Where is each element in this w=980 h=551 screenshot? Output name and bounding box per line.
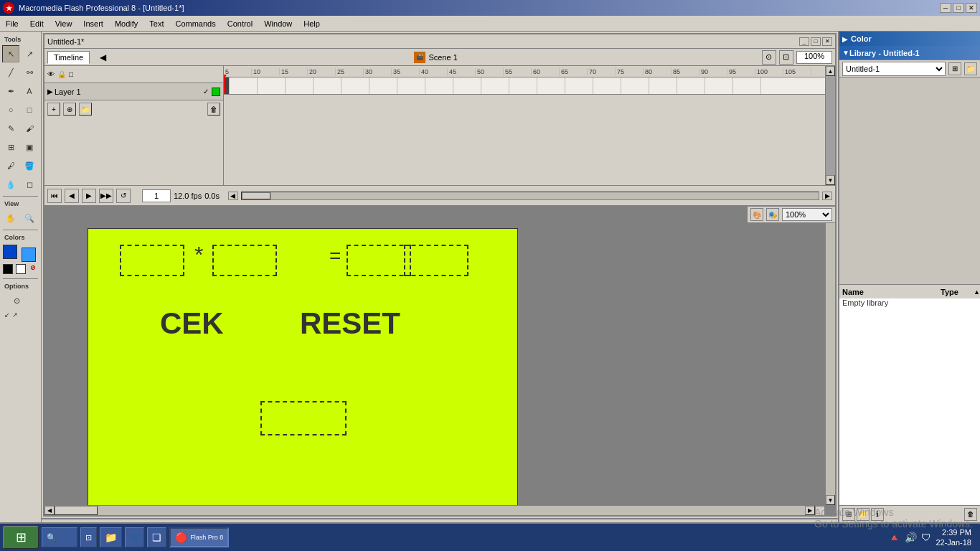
menu-control[interactable]: Control — [222, 16, 258, 31]
system-clock[interactable]: 2:39 PM 22-Jan-18 — [936, 527, 971, 548]
tray-antivirus-icon[interactable]: 🛡 — [921, 532, 931, 543]
sort-arrow-icon[interactable]: ▲ — [974, 288, 980, 296]
timeline-scrollbar[interactable] — [241, 192, 819, 200]
input-box-4[interactable] — [404, 245, 468, 276]
menu-modify[interactable]: Modify — [109, 16, 143, 31]
smooth-icon[interactable]: ↙ ↗ — [1, 310, 21, 320]
maximize-button[interactable]: □ — [953, 3, 964, 13]
pen-tool[interactable]: ✒ — [2, 83, 19, 100]
stage-scroll-h[interactable]: ◀ ▶ — [44, 505, 825, 515]
delete-layer-btn[interactable]: 🗑 — [207, 103, 220, 116]
lasso-tool[interactable]: ⚯ — [21, 64, 38, 81]
timeline-nav-back[interactable]: ◀ — [95, 50, 110, 65]
input-box-2[interactable] — [212, 245, 277, 276]
library-panel-header[interactable]: ▼ Library - Untitled-1 — [839, 46, 980, 60]
frame-cell-9[interactable] — [453, 77, 481, 94]
fill-color[interactable] — [22, 248, 36, 262]
stage-scroll-v-down[interactable]: ▼ — [826, 495, 835, 505]
frame-cell-14[interactable] — [593, 77, 621, 94]
menu-window[interactable]: Window — [258, 16, 298, 31]
stage-scroll-v[interactable]: ▲ ▼ — [825, 207, 835, 505]
frame-cell-4[interactable] — [314, 77, 341, 94]
frame-input[interactable]: 1 — [142, 189, 171, 202]
loop-btn[interactable]: ↺ — [116, 189, 131, 203]
tray-volume-icon[interactable]: 🔊 — [905, 532, 917, 543]
new-symbol-btn[interactable]: ⊞ — [948, 62, 961, 75]
fillcolor-tool[interactable]: ▣ — [21, 138, 38, 156]
frame-cell-7[interactable] — [397, 77, 425, 94]
add-layer-btn[interactable]: + — [47, 103, 60, 116]
color-panel-header[interactable]: ▶ Color — [839, 32, 980, 46]
text-tool[interactable]: A — [21, 83, 38, 100]
frame-cell-19[interactable] — [733, 77, 761, 94]
zoom-dropdown[interactable]: 100% — [796, 51, 832, 64]
step-forward-btn[interactable]: ▶▶ — [99, 189, 113, 203]
frame-cell-10[interactable] — [481, 77, 509, 94]
menu-view[interactable]: View — [50, 16, 78, 31]
frame-row[interactable] — [224, 77, 825, 95]
timeline-scroll-v[interactable]: ▲ ▼ — [825, 66, 835, 185]
library-select[interactable]: Untitled-1 — [842, 62, 946, 76]
fill-white[interactable] — [16, 264, 26, 274]
frame-cell-17[interactable] — [677, 77, 705, 94]
frame-cell-8[interactable] — [425, 77, 453, 94]
input-box-3[interactable] — [347, 245, 411, 276]
scroll-right-btn[interactable]: ▶ — [822, 192, 832, 200]
snap-to-objects[interactable]: ⊙ — [2, 292, 31, 309]
line-tool[interactable]: ╱ — [2, 64, 19, 81]
result-box[interactable] — [260, 401, 347, 435]
title-bar-controls[interactable]: ─ □ ✕ — [940, 3, 977, 13]
properties-header[interactable]: ▼ Actions — [42, 519, 838, 522]
tray-network-icon[interactable]: 🔺 — [888, 532, 900, 543]
oval-tool[interactable]: ○ — [2, 101, 19, 118]
hand-tool[interactable]: ✋ — [2, 209, 19, 227]
layer-eye[interactable]: ✓ — [203, 88, 209, 96]
taskbar-flash-btn[interactable]: 🔴 Flash Pro 8 — [169, 527, 229, 547]
center-frame-btn[interactable]: ⊙ — [762, 50, 776, 65]
paint-bucket-tool[interactable]: 🪣 — [21, 157, 38, 174]
stroke-color[interactable] — [3, 245, 17, 259]
taskbar-word-btn[interactable]: W — [125, 527, 144, 547]
layer-color[interactable] — [212, 88, 220, 96]
frame-cell-3[interactable] — [286, 77, 314, 94]
zoom-color-btn[interactable]: 🎨 — [750, 208, 763, 221]
play-btn[interactable]: ▶ — [82, 189, 96, 203]
frame-cell-6[interactable] — [369, 77, 397, 94]
add-folder-btn[interactable]: 📁 — [79, 103, 92, 116]
scrollbar-thumb[interactable] — [242, 192, 270, 199]
taskbar-explorer-btn[interactable]: 📁 — [100, 527, 122, 547]
frame-cell-5[interactable] — [341, 77, 369, 94]
no-color[interactable]: ⊘ — [30, 264, 36, 274]
new-folder-btn[interactable]: 📁 — [964, 62, 977, 75]
stage-scroll-h-left[interactable]: ◀ — [44, 506, 55, 515]
stage-scroll-h-right[interactable]: ▶ — [805, 506, 815, 515]
eraser-tool[interactable]: ◻ — [21, 176, 38, 193]
frame-cell-13[interactable] — [565, 77, 593, 94]
freefrom-tool[interactable]: ⊞ — [2, 138, 19, 156]
frame-cell-2[interactable] — [258, 77, 286, 94]
stroke-black[interactable] — [3, 264, 13, 274]
eyedropper-tool[interactable]: 💧 — [2, 176, 19, 193]
flash-minimize[interactable]: _ — [799, 37, 809, 46]
subselect-tool[interactable]: ↗ — [21, 45, 38, 62]
layer-name[interactable]: Layer 1 — [55, 88, 202, 96]
add-guide-btn[interactable]: ⊕ — [63, 103, 76, 116]
minimize-button[interactable]: ─ — [940, 3, 951, 13]
step-back-btn[interactable]: ◀ — [65, 189, 79, 203]
frame-cell-15[interactable] — [621, 77, 649, 94]
menu-insert[interactable]: Insert — [77, 16, 109, 31]
stage-scroll-h-thumb[interactable] — [55, 506, 98, 515]
task-view-btn[interactable]: ⊡ — [80, 527, 97, 547]
playhead[interactable] — [224, 77, 225, 94]
frame-cell-16[interactable] — [649, 77, 677, 94]
menu-edit[interactable]: Edit — [24, 16, 50, 31]
brush-tool[interactable]: 🖌 — [21, 120, 38, 137]
taskbar-misc-btn[interactable]: ❏ — [147, 527, 166, 547]
frame-cell-12[interactable] — [537, 77, 565, 94]
menu-text[interactable]: Text — [143, 16, 169, 31]
cek-button-text[interactable]: CEK — [160, 306, 224, 341]
frame-cell-1[interactable] — [230, 77, 258, 94]
flash-restore[interactable]: □ — [811, 37, 821, 46]
menu-commands[interactable]: Commands — [169, 16, 221, 31]
onion-skin-btn[interactable]: ⊡ — [779, 50, 793, 65]
